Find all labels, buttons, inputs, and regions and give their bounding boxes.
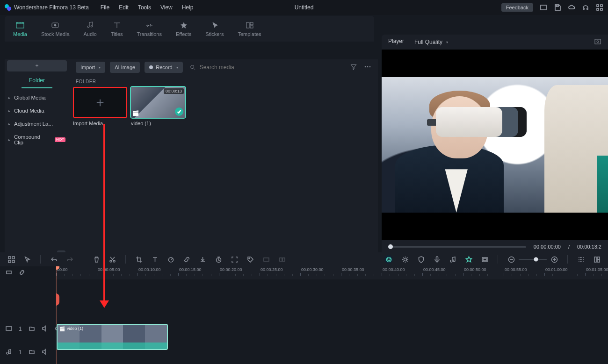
menu-file[interactable]: File — [101, 4, 109, 11]
window-icon[interactable] — [540, 4, 547, 11]
layout2-icon[interactable] — [593, 256, 601, 263]
ruler-label: 00:00:20:00 — [220, 267, 242, 272]
svg-point-33 — [249, 258, 250, 259]
group-icon[interactable] — [278, 256, 286, 263]
zoom-slider[interactable] — [519, 259, 547, 260]
hot-badge: HOT — [55, 137, 65, 142]
app-logo — [5, 4, 11, 11]
svg-rect-16 — [133, 112, 138, 116]
ruler-label: 00:00:30:00 — [301, 267, 324, 272]
snap-icon[interactable] — [6, 269, 12, 277]
download-icon[interactable] — [199, 256, 206, 263]
video-track-header[interactable]: 1 — [0, 317, 56, 341]
media-toolbar: Import▾ AI Image Record▾ — [69, 59, 378, 75]
sidebar-item-adjustment[interactable]: ▸Adjustment La... — [5, 117, 69, 130]
pointer-icon[interactable] — [23, 256, 31, 263]
duration-badge: 00:00:13 — [164, 88, 184, 94]
quality-dropdown[interactable]: Full Quality▾ — [414, 39, 448, 45]
folder-tab[interactable]: Folder — [22, 75, 52, 88]
import-media-tile[interactable]: ＋ Import Media — [73, 87, 127, 126]
menu-help[interactable]: Help — [182, 4, 194, 11]
svg-rect-0 — [541, 5, 546, 10]
crop-icon[interactable] — [135, 256, 143, 263]
snapshot-top-icon[interactable] — [594, 38, 601, 47]
save-icon[interactable] — [554, 4, 561, 11]
cloud-icon[interactable] — [568, 4, 575, 11]
feedback-button[interactable]: Feedback — [501, 3, 533, 12]
svg-rect-46 — [594, 257, 596, 262]
audio-track-header[interactable]: 1 — [0, 341, 56, 364]
shield-icon[interactable] — [417, 256, 425, 263]
text-tool-icon[interactable] — [151, 256, 159, 263]
playback-slider[interactable] — [388, 246, 526, 248]
ruler-label: 00:00:15:00 — [179, 267, 202, 272]
video-clip[interactable]: video (1) — [57, 324, 168, 350]
svg-rect-1 — [556, 5, 558, 7]
link-icon[interactable] — [183, 256, 190, 263]
ruler-label: 00:00:50:00 — [464, 267, 486, 272]
apps-icon[interactable] — [596, 4, 603, 11]
svg-point-40 — [404, 258, 406, 261]
chevron-right-icon: ▸ — [8, 96, 10, 100]
chevron-right-icon: ▸ — [8, 122, 10, 126]
delete-icon[interactable] — [93, 256, 100, 263]
media-clip-tile[interactable]: 00:00:13 video (1) — [131, 87, 185, 126]
video-track-icon — [6, 325, 12, 333]
svg-rect-52 — [60, 328, 65, 332]
audio-track-icon — [6, 349, 12, 357]
timer-icon[interactable] — [215, 256, 222, 263]
plus-icon: ＋ — [94, 93, 107, 111]
zoom-control[interactable] — [507, 256, 558, 263]
fit-icon[interactable] — [231, 256, 238, 263]
filter-icon[interactable] — [350, 63, 357, 72]
clip-icon[interactable] — [262, 256, 270, 263]
headset-icon[interactable] — [582, 4, 589, 11]
player-tab[interactable]: Player — [388, 38, 404, 46]
music-tool-icon[interactable] — [449, 256, 456, 263]
sidebar-item-cloud[interactable]: ▸Cloud Media — [5, 104, 69, 117]
svg-point-19 — [597, 41, 599, 43]
grid-icon[interactable] — [7, 256, 15, 263]
zoom-out-icon[interactable] — [507, 256, 515, 263]
added-check-icon — [175, 107, 183, 116]
menu-view[interactable]: View — [160, 4, 173, 11]
mute-icon[interactable] — [42, 325, 48, 333]
redo-icon[interactable] — [66, 256, 73, 263]
menu-edit[interactable]: Edit — [119, 4, 129, 11]
search-media[interactable] — [189, 64, 292, 71]
menu-tools[interactable]: Tools — [138, 4, 151, 11]
link2-icon[interactable] — [19, 269, 25, 277]
titlebar: Wondershare Filmora 13 Beta File Edit To… — [0, 0, 608, 15]
more-icon[interactable] — [364, 63, 371, 72]
add-folder-button[interactable]: + — [7, 60, 67, 71]
ruler-label: 00:00:55:00 — [505, 267, 527, 272]
timeline-ruler[interactable]: 00:0000:00:05:0000:00:10:0000:00:15:0000… — [56, 266, 608, 279]
speed-icon[interactable] — [167, 256, 174, 263]
record-dropdown[interactable]: Record▾ — [145, 62, 182, 73]
mute-icon[interactable] — [42, 349, 48, 357]
frame-icon[interactable] — [481, 256, 488, 263]
sidebar-item-global[interactable]: ▸Global Media — [5, 91, 69, 104]
zoom-in-icon[interactable] — [550, 256, 558, 263]
svg-point-14 — [367, 66, 369, 67]
preview-canvas[interactable] — [382, 50, 608, 240]
timeline-tracks[interactable]: 00:0000:00:05:0000:00:10:0000:00:15:0000… — [56, 266, 608, 364]
cut-icon[interactable] — [109, 256, 116, 263]
media-browser: Import▾ AI Image Record▾ FOLDER ＋ Import… — [69, 59, 378, 263]
folder-sm-icon[interactable] — [29, 349, 35, 357]
folder-sm-icon[interactable] — [29, 325, 35, 333]
import-media-label: Import Media — [73, 121, 127, 126]
enhance-icon[interactable] — [401, 256, 409, 263]
ai-image-button[interactable]: AI Image — [110, 62, 140, 73]
search-input[interactable] — [199, 64, 292, 71]
svg-rect-49 — [7, 271, 11, 274]
mic-icon[interactable] — [433, 256, 441, 263]
sidebar-item-compound[interactable]: ▸Compound ClipHOT — [5, 130, 69, 149]
layout-icon[interactable] — [577, 256, 585, 263]
tag-icon[interactable] — [246, 256, 254, 263]
undo-icon[interactable] — [50, 256, 58, 263]
import-dropdown[interactable]: Import▾ — [76, 62, 105, 73]
ai-spark-icon[interactable] — [384, 255, 393, 264]
smart-icon[interactable] — [465, 256, 472, 263]
record-dot-icon — [149, 65, 153, 69]
